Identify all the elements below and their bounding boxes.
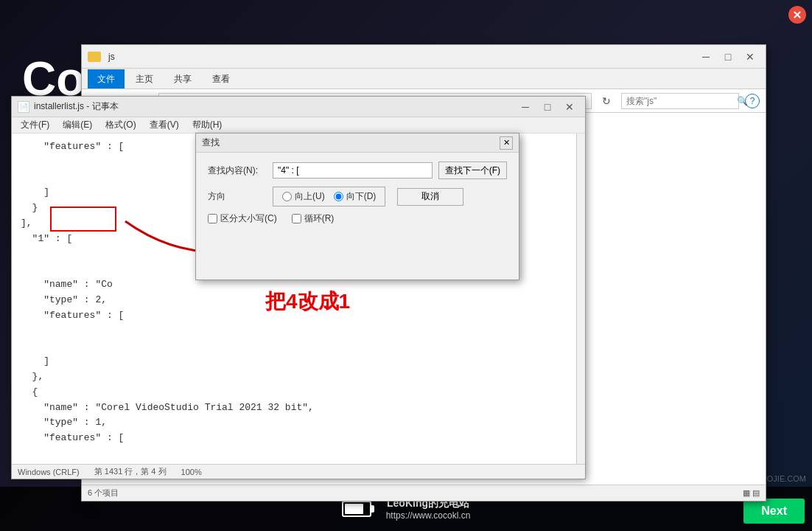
dialog-titlebar: 查找 ✕ bbox=[196, 133, 519, 153]
checkbox-row: 区分大小写(C) 循环(R) bbox=[208, 212, 507, 225]
notepad-close-button[interactable]: ✕ bbox=[560, 100, 579, 114]
maximize-button[interactable]: □ bbox=[718, 49, 738, 64]
menu-view[interactable]: 查看(V) bbox=[144, 117, 185, 133]
tab-file[interactable]: 文件 bbox=[88, 69, 125, 88]
cancel-button[interactable]: 取消 bbox=[397, 188, 463, 206]
top-close-button[interactable] bbox=[788, 6, 806, 24]
notepad-encoding: Windows (CRLF) bbox=[18, 468, 80, 476]
menu-edit[interactable]: 编辑(E) bbox=[57, 117, 98, 133]
refresh-button[interactable]: ↻ bbox=[598, 93, 615, 109]
battery-icon bbox=[342, 501, 371, 517]
explorer-close-button[interactable]: ✕ bbox=[741, 49, 760, 64]
status-right: ▦ ▤ bbox=[743, 488, 760, 498]
battery-fill bbox=[345, 504, 364, 514]
explorer-titlebar: js ─ □ ✕ bbox=[82, 45, 766, 69]
bottom-url: https://www.cocokl.cn bbox=[386, 510, 471, 521]
radio-up-label: 向上(U) bbox=[282, 190, 325, 203]
explorer-title-icons: js bbox=[88, 52, 696, 62]
find-next-button[interactable]: 查找下一个(F) bbox=[438, 162, 507, 179]
notepad-titlebar: 📄 installerlist.js - 记事本 ─ □ ✕ bbox=[12, 97, 585, 117]
radio-up[interactable] bbox=[282, 192, 292, 201]
find-input[interactable] bbox=[273, 162, 433, 178]
dialog-content: 查找内容(N): 查找下一个(F) 方向 向上(U) 向下(D) 取消 bbox=[196, 153, 519, 280]
radio-down[interactable] bbox=[334, 192, 343, 201]
explorer-title-text: js bbox=[108, 52, 115, 62]
dialog-title: 查找 bbox=[202, 136, 500, 149]
loop-checkbox[interactable] bbox=[292, 214, 301, 223]
notepad-icon: 📄 bbox=[18, 101, 29, 113]
case-checkbox[interactable] bbox=[208, 214, 217, 223]
item-count: 6 个项目 bbox=[88, 487, 119, 499]
notepad-statusbar: Windows (CRLF) 第 1431 行，第 4 列 100% bbox=[12, 464, 585, 479]
notepad-position: 第 1431 行，第 4 列 bbox=[94, 466, 167, 477]
tab-home[interactable]: 主页 bbox=[126, 69, 163, 88]
direction-group: 向上(U) 向下(D) bbox=[273, 187, 385, 206]
dialog-close-button[interactable]: ✕ bbox=[500, 136, 513, 150]
search-input[interactable] bbox=[626, 96, 737, 106]
ribbon-tabs: 文件 主页 共享 查看 bbox=[82, 69, 766, 89]
search-box: 🔍 bbox=[621, 93, 739, 109]
tab-share[interactable]: 共享 bbox=[164, 69, 201, 88]
minimize-button[interactable]: ─ bbox=[696, 49, 715, 64]
menu-file[interactable]: 文件(F) bbox=[15, 117, 55, 133]
direction-label: 方向 bbox=[208, 190, 267, 203]
loop-checkbox-label: 循环(R) bbox=[292, 212, 335, 225]
radio-down-label: 向下(D) bbox=[334, 190, 377, 203]
notepad-zoom: 100% bbox=[181, 468, 202, 476]
menu-format[interactable]: 格式(O) bbox=[99, 117, 141, 133]
tab-view[interactable]: 查看 bbox=[203, 69, 239, 88]
explorer-statusbar: 6 个项目 ▦ ▤ bbox=[82, 485, 766, 501]
notepad-maximize-button[interactable]: □ bbox=[538, 100, 557, 114]
next-button[interactable]: Next bbox=[743, 499, 805, 524]
notepad-titlebar-controls: ─ □ ✕ bbox=[516, 100, 579, 114]
help-button[interactable]: ? bbox=[745, 94, 760, 108]
notepad-scrollbar[interactable] bbox=[576, 133, 585, 464]
find-label: 查找内容(N): bbox=[208, 164, 267, 177]
titlebar-controls: ─ □ ✕ bbox=[696, 49, 760, 64]
direction-row: 方向 向上(U) 向下(D) 取消 bbox=[208, 187, 507, 206]
menu-help[interactable]: 帮助(H) bbox=[186, 117, 228, 133]
view-icons: ▦ ▤ bbox=[743, 488, 760, 498]
case-checkbox-label: 区分大小写(C) bbox=[208, 212, 277, 225]
find-dialog: 查找 ✕ 查找内容(N): 查找下一个(F) 方向 向上(U) 向下(D) bbox=[195, 133, 519, 280]
notepad-menubar: 文件(F) 编辑(E) 格式(O) 查看(V) 帮助(H) bbox=[12, 117, 585, 133]
folder-icon bbox=[88, 52, 101, 62]
find-row: 查找内容(N): 查找下一个(F) bbox=[208, 162, 507, 179]
notepad-title: 📄 installerlist.js - 记事本 bbox=[18, 100, 516, 113]
notepad-minimize-button[interactable]: ─ bbox=[516, 100, 535, 114]
